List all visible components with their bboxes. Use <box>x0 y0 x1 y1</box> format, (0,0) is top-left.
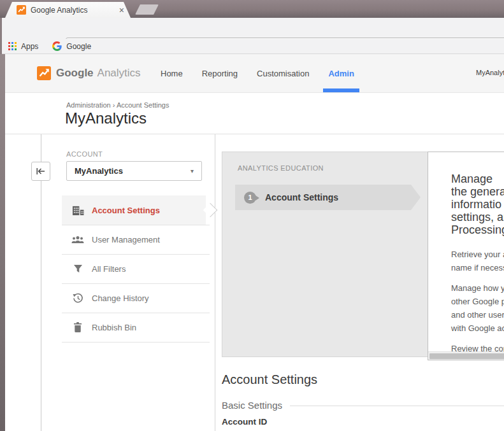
sidebar-item-label: Account Settings <box>92 206 160 215</box>
sidebar-item-label: User Management <box>92 235 160 244</box>
breadcrumb-account-settings[interactable]: Account Settings <box>117 101 169 109</box>
window-frame <box>0 18 2 54</box>
sidebar-item-label: Change History <box>92 293 149 303</box>
browser-toolbar: ← → ↻ https://analytics.google.com/analy… <box>0 18 504 39</box>
trash-icon <box>71 322 84 332</box>
bookmark-apps-label: Apps <box>21 42 38 51</box>
nav-reporting[interactable]: Reporting <box>202 54 238 92</box>
section-rule <box>290 406 504 406</box>
sidebar-item-label: All Filters <box>92 264 126 274</box>
sidebar-item-label: Rubbish Bin <box>92 323 136 332</box>
info-card-body: Retrieve your a name if necess Manage ho… <box>451 248 504 360</box>
sidebar-item-all-filters[interactable]: All Filters <box>62 254 206 283</box>
body-line: with Google ac <box>451 321 504 335</box>
logo-google-label: Google <box>56 67 94 80</box>
education-info-card: Manage the genera informatio settings, a… <box>428 152 504 360</box>
account-selector-value: MyAnalytics <box>75 166 191 176</box>
caret-down-icon: ▾ <box>191 167 194 174</box>
ga-favicon-icon <box>17 5 26 15</box>
window-frame <box>0 54 5 431</box>
sidebar-item-account-settings[interactable]: Account Settings <box>62 195 206 225</box>
ga-header: Google Analytics Home Reporting Customis… <box>5 54 504 93</box>
horizontal-divider <box>5 134 504 134</box>
bookmark-google-label: Google <box>66 42 91 51</box>
ga-logo[interactable]: Google Analytics <box>37 66 141 80</box>
bookmark-google[interactable]: Google <box>52 41 91 51</box>
account-section-label: ACCOUNT <box>66 150 103 158</box>
sidebar-item-change-history[interactable]: Change History <box>62 283 206 313</box>
education-step-account-settings[interactable]: 1 Account Settings <box>235 185 411 210</box>
bookmark-apps[interactable]: Apps <box>8 42 38 51</box>
history-icon <box>71 293 84 304</box>
heading-line: settings, ar <box>451 211 504 223</box>
step-number-badge: 1 <box>244 192 256 204</box>
account-selector-dropdown[interactable]: MyAnalytics ▾ <box>66 161 202 181</box>
analytics-education-panel: ANALYTICS EDUCATION 1 Account Settings <box>222 152 429 357</box>
heading-line: Manage <box>451 173 504 185</box>
new-tab-button[interactable] <box>135 4 159 15</box>
sidebar-divider <box>62 342 210 343</box>
horizontal-scrollbar[interactable] <box>428 351 504 360</box>
apps-grid-icon <box>8 42 17 50</box>
browser-tab[interactable]: Google Analytics × <box>5 2 131 18</box>
account-id-field-label: Account ID <box>222 417 267 427</box>
education-step-label: Account Settings <box>265 192 338 202</box>
nav-home[interactable]: Home <box>161 54 183 92</box>
sidebar-item-user-management[interactable]: User Management <box>62 225 206 254</box>
body-line: Manage how yo <box>451 281 504 295</box>
heading-line: Processing <box>451 223 504 236</box>
ga-nav: Home Reporting Customisation Admin <box>161 54 354 92</box>
info-card-heading: Manage the genera informatio settings, a… <box>451 173 504 236</box>
basic-settings-section-title: Basic Settings <box>222 400 282 411</box>
body-line: and other users <box>451 308 504 321</box>
page-title: MyAnalytics <box>65 110 147 127</box>
people-icon <box>71 236 84 244</box>
collapse-arrow-icon <box>36 167 45 175</box>
nav-customisation[interactable]: Customisation <box>257 54 309 92</box>
google-g-icon <box>52 41 62 51</box>
body-line: Retrieve your a <box>451 248 504 261</box>
tab-title: Google Analytics <box>31 6 115 15</box>
tab-strip: Google Analytics × <box>0 0 504 18</box>
building-icon <box>71 205 84 216</box>
nav-admin[interactable]: Admin <box>328 54 354 92</box>
breadcrumb-administration[interactable]: Administration <box>66 101 111 109</box>
heading-line: informatio <box>451 198 504 211</box>
breadcrumb-separator: › <box>113 101 115 109</box>
nav-admin-label: Admin <box>328 69 354 78</box>
scrollbar-thumb[interactable] <box>429 353 504 359</box>
breadcrumb: Administration › Account Settings <box>66 101 169 109</box>
info-paragraph: Retrieve your a name if necess <box>451 248 504 274</box>
collapse-panel-button[interactable] <box>31 162 50 181</box>
sidebar-item-rubbish-bin[interactable]: Rubbish Bin <box>62 313 206 342</box>
filter-icon <box>71 264 84 273</box>
info-paragraph: Manage how yo other Google p and other u… <box>451 281 504 335</box>
active-tab-underline <box>323 88 359 92</box>
header-account-name[interactable]: MyAnalytics <box>476 69 504 76</box>
sidebar-border-line <box>215 134 215 431</box>
heading-line: the genera <box>451 185 504 198</box>
logo-analytics-label: Analytics <box>97 67 141 80</box>
tab-close-icon[interactable]: × <box>119 6 124 15</box>
bookmarks-bar: Apps Google <box>0 39 504 54</box>
content-heading: Account Settings <box>222 372 317 387</box>
body-line: other Google p <box>451 295 504 308</box>
education-panel-label: ANALYTICS EDUCATION <box>238 164 324 172</box>
body-line: name if necess <box>451 261 504 274</box>
ga-logo-icon <box>37 66 51 80</box>
